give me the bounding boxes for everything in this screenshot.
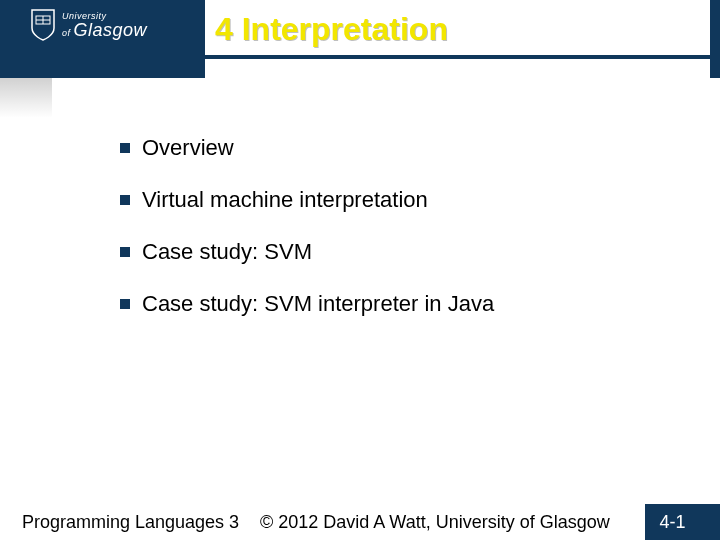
logo-of: of — [62, 28, 71, 38]
crest-icon — [30, 8, 56, 42]
list-item: Virtual machine interpretation — [120, 187, 680, 213]
header-shadow — [0, 78, 52, 120]
title-area: 4 Interpretation — [205, 0, 710, 58]
footer: Programming Languages 3 © 2012 David A W… — [0, 504, 720, 540]
list-item: Overview — [120, 135, 680, 161]
footer-page-number: 4-1 — [645, 504, 700, 540]
bullet-icon — [120, 143, 130, 153]
bullet-list: Overview Virtual machine interpretation … — [120, 135, 680, 343]
bullet-icon — [120, 195, 130, 205]
logo-text: University of Glasgow — [62, 12, 147, 39]
university-logo: University of Glasgow — [30, 8, 147, 42]
title-gap — [205, 59, 710, 78]
bullet-text: Case study: SVM — [142, 239, 312, 265]
bullet-text: Virtual machine interpretation — [142, 187, 428, 213]
bullet-icon — [120, 299, 130, 309]
footer-copyright: © 2012 David A Watt, University of Glasg… — [260, 512, 610, 533]
bullet-text: Overview — [142, 135, 234, 161]
bullet-text: Case study: SVM interpreter in Java — [142, 291, 494, 317]
slide-title: 4 Interpretation — [215, 11, 448, 48]
list-item: Case study: SVM — [120, 239, 680, 265]
bullet-icon — [120, 247, 130, 257]
footer-course: Programming Languages 3 — [22, 512, 239, 533]
slide: 4 Interpretation University of Glasgow O… — [0, 0, 720, 540]
logo-line2: Glasgow — [74, 20, 148, 40]
list-item: Case study: SVM interpreter in Java — [120, 291, 680, 317]
